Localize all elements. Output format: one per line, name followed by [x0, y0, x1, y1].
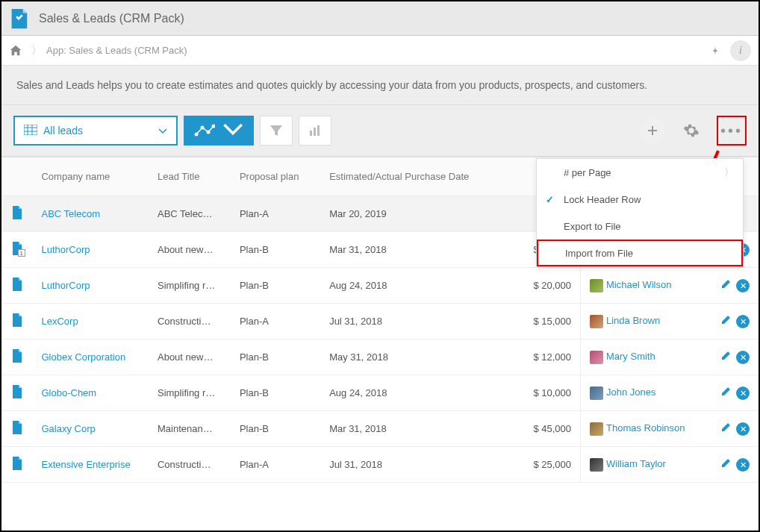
menu-per-page[interactable]: # per Page 〉	[537, 159, 743, 186]
cell-price: $ 15,000	[520, 304, 581, 339]
edit-button[interactable]	[721, 423, 732, 434]
edit-button[interactable]	[721, 351, 732, 363]
avatar	[590, 315, 603, 328]
company-link[interactable]: Globo-Chem	[41, 387, 96, 398]
table-row[interactable]: LuthorCorpSimplifing r…Plan-BAug 24, 201…	[1, 268, 759, 304]
menu-import[interactable]: Import from File	[537, 240, 743, 266]
company-link[interactable]: LuthorCorp	[41, 280, 90, 291]
cell-date: Mar 20, 2019	[320, 196, 520, 232]
menu-lock-header[interactable]: ✓ Lock Header Row	[537, 186, 743, 213]
description: Sales and Leads helps you to create esti…	[1, 66, 759, 105]
breadcrumb-text: App: Sales & Leads (CRM Pack)	[46, 45, 187, 56]
col-date[interactable]: Estimated/Actual Purchase Date	[320, 157, 520, 196]
doc-icon	[12, 206, 22, 219]
toolbar: All leads •••	[1, 105, 759, 157]
company-link[interactable]: Globex Corporation	[41, 351, 125, 363]
svg-rect-0	[24, 125, 37, 135]
svg-rect-9	[310, 131, 312, 136]
company-link[interactable]: ABC Telecom	[41, 208, 100, 219]
grid-icon	[24, 125, 37, 137]
cell-date: Aug 24, 2018	[320, 268, 520, 304]
cell-plan: Plan-A	[231, 196, 320, 232]
home-icon[interactable]	[9, 44, 22, 57]
table-row[interactable]: Globex CorporationAbout new…Plan-BMay 31…	[1, 339, 759, 375]
edit-button[interactable]	[721, 387, 732, 398]
owner-link[interactable]: Thomas Robinson	[606, 422, 685, 434]
cell-plan: Plan-B	[231, 375, 320, 411]
owner-link[interactable]: Mary Smith	[606, 351, 655, 362]
cell-title: About new…	[149, 232, 231, 268]
owner-link[interactable]: Linda Brown	[606, 315, 660, 326]
col-plan[interactable]: Proposal plan	[231, 157, 320, 196]
add-button[interactable]	[639, 117, 666, 144]
cell-date: Mar 31, 2018	[320, 411, 520, 447]
doc-icon	[12, 313, 22, 327]
delete-button[interactable]: ✕	[736, 387, 750, 400]
company-link[interactable]: LexCorp	[41, 316, 78, 327]
header: Sales & Leads (CRM Pack)	[1, 1, 759, 36]
delete-button[interactable]: ✕	[736, 315, 750, 328]
cell-date: Mar 31, 2018	[320, 232, 520, 268]
col-company[interactable]: Company name	[32, 157, 149, 196]
bar-chart-button[interactable]	[299, 116, 331, 145]
table-row[interactable]: Galaxy CorpMaintenan…Plan-BMar 31, 2018$…	[1, 411, 759, 447]
cell-date: Jul 31, 2018	[320, 304, 520, 339]
info-icon[interactable]: i	[730, 40, 751, 61]
table-row[interactable]: Extensive EnterpriseConstructi…Plan-AJul…	[1, 447, 759, 483]
more-button[interactable]: •••	[717, 116, 747, 145]
cell-title: About new…	[149, 339, 231, 375]
cell-plan: Plan-A	[231, 304, 320, 339]
edit-button[interactable]	[721, 316, 732, 327]
dropdown-label: All leads	[43, 125, 158, 137]
chevron-down-icon	[222, 122, 243, 140]
company-link[interactable]: Galaxy Corp	[41, 423, 95, 434]
cell-title: Maintenan…	[149, 411, 231, 447]
delete-button[interactable]: ✕	[736, 351, 750, 364]
delete-button[interactable]: ✕	[736, 279, 750, 292]
table-row[interactable]: LexCorpConstructi…Plan-AJul 31, 2018$ 15…	[1, 304, 759, 339]
cell-date: Aug 24, 2018	[320, 375, 520, 411]
cell-title: Constructi…	[149, 447, 231, 483]
view-dropdown[interactable]: All leads	[13, 116, 178, 145]
edit-button[interactable]	[721, 280, 732, 291]
owner-link[interactable]: Michael Wilson	[606, 279, 671, 290]
pin-icon[interactable]	[706, 42, 724, 60]
delete-button[interactable]: ✕	[736, 458, 750, 472]
avatar	[590, 458, 603, 472]
table-row[interactable]: Globo-ChemSimplifing r…Plan-BAug 24, 201…	[1, 375, 759, 411]
doc-icon	[12, 349, 22, 363]
owner-link[interactable]: William Taylor	[606, 458, 666, 469]
chevron-right-icon: 〉	[724, 166, 734, 179]
cell-price: $ 10,000	[520, 375, 581, 411]
company-link[interactable]: LuthorCorp	[41, 244, 90, 255]
filter-button[interactable]	[260, 116, 293, 145]
cell-title: ABC Telec…	[149, 196, 231, 232]
svg-rect-10	[314, 128, 316, 136]
cell-title: Simplifing r…	[149, 268, 231, 304]
breadcrumb-separator: 〉	[31, 44, 42, 57]
doc-icon: 1	[12, 242, 22, 255]
company-link[interactable]: Extensive Enterprise	[41, 459, 130, 470]
chevron-down-icon	[158, 125, 167, 137]
cell-date: Jul 31, 2018	[320, 447, 520, 483]
cell-plan: Plan-B	[231, 411, 320, 447]
gear-icon[interactable]	[676, 116, 706, 145]
chart-button[interactable]	[184, 116, 254, 145]
cell-date: May 31, 2018	[320, 339, 520, 375]
menu-label: Export to File	[564, 221, 621, 232]
menu-export[interactable]: Export to File	[537, 213, 743, 240]
cell-price: $ 25,000	[520, 447, 581, 483]
breadcrumb: 〉 App: Sales & Leads (CRM Pack) i	[1, 36, 759, 66]
svg-rect-11	[317, 125, 320, 136]
avatar	[590, 387, 603, 400]
delete-button[interactable]: ✕	[736, 422, 750, 436]
more-icon: •••	[720, 122, 743, 140]
col-title[interactable]: Lead Title	[149, 157, 231, 196]
menu-label: Import from File	[565, 248, 633, 259]
app-icon	[3, 3, 34, 34]
check-icon: ✓	[546, 194, 554, 205]
avatar	[590, 279, 603, 292]
edit-button[interactable]	[721, 459, 732, 470]
avatar	[590, 351, 603, 364]
owner-link[interactable]: John Jones	[606, 387, 656, 398]
